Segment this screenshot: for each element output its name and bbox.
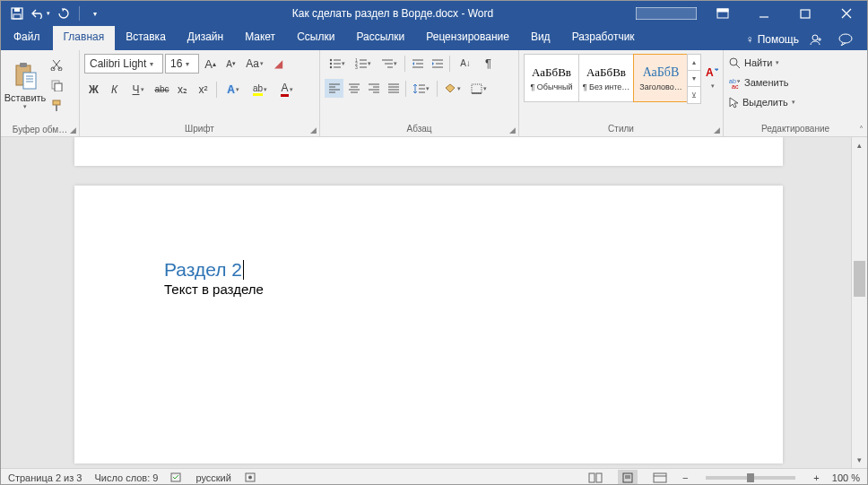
zoom-slider[interactable]	[706, 476, 795, 480]
svg-rect-3	[636, 7, 697, 20]
lightbulb-icon: ♀	[746, 33, 754, 46]
page-number-status[interactable]: Страница 2 из 3	[8, 472, 82, 483]
ribbon-display-options[interactable]	[702, 1, 743, 26]
collapse-ribbon-button[interactable]: ˄	[859, 125, 864, 134]
align-center-button[interactable]	[344, 79, 363, 98]
review-tab[interactable]: Рецензирование	[415, 26, 520, 50]
strikethrough-button[interactable]: abc	[152, 80, 171, 99]
svg-rect-23	[56, 105, 57, 111]
minimize-button[interactable]	[743, 1, 785, 26]
undo-button[interactable]: ▾	[30, 3, 51, 24]
spelling-status[interactable]	[170, 472, 183, 483]
change-case-button[interactable]: Aa▾	[242, 55, 267, 74]
align-right-button[interactable]	[364, 79, 383, 98]
numbering-button[interactable]: 123▾	[351, 54, 376, 73]
design-tab[interactable]: Дизайн	[177, 26, 234, 50]
show-hide-button[interactable]: ¶	[479, 54, 498, 73]
developer-tab[interactable]: Разработчик	[561, 26, 646, 50]
superscript-button[interactable]: x²	[194, 80, 213, 99]
style-item-0[interactable]: АаБбВв¶ Обычный	[524, 54, 579, 102]
references-tab[interactable]: Ссылки	[286, 26, 345, 50]
home-tab[interactable]: Главная	[53, 26, 116, 50]
change-styles-button[interactable]: A ▾	[704, 54, 720, 102]
zoom-in-button[interactable]: +	[813, 472, 819, 483]
tell-me-button[interactable]: ♀Помощь	[746, 33, 799, 46]
heading-text[interactable]: Раздел 2	[164, 259, 783, 281]
insert-tab[interactable]: Вставка	[115, 26, 177, 50]
print-layout-button[interactable]	[618, 470, 638, 486]
share-button[interactable]	[804, 29, 826, 50]
svg-rect-7	[801, 10, 810, 18]
file-tab[interactable]: Файл	[1, 26, 53, 50]
save-button[interactable]	[6, 3, 28, 24]
web-layout-button[interactable]	[650, 470, 670, 486]
find-button[interactable]: Найти▾	[725, 53, 783, 73]
paste-button[interactable]: Вставить ▾	[4, 53, 46, 119]
styles-expand[interactable]: ⊻	[688, 87, 700, 103]
cut-button[interactable]	[48, 56, 65, 74]
paragraph-group: ▾ 123▾ ▾ A↓ ¶ ▾ ▾ ▾ Абза	[320, 50, 519, 136]
svg-point-28	[330, 65, 332, 67]
copy-button[interactable]	[48, 76, 65, 94]
underline-button[interactable]: Ч▾	[126, 80, 151, 99]
macro-status[interactable]	[244, 472, 256, 483]
font-launcher[interactable]: ◢	[310, 126, 317, 134]
highlight-button[interactable]: ab▾	[247, 80, 273, 99]
select-button[interactable]: Выделить▾	[725, 92, 799, 112]
scroll-down-button[interactable]: ▾	[852, 452, 867, 468]
format-painter-button[interactable]	[48, 97, 65, 115]
document-area[interactable]: Раздел 2 Текст в разделе	[1, 137, 851, 468]
clipboard-launcher[interactable]: ◢	[70, 126, 76, 134]
italic-button[interactable]: К	[105, 80, 124, 99]
shrink-font-button[interactable]: A▾	[221, 55, 240, 74]
sort-button[interactable]: A↓	[453, 54, 478, 73]
align-left-button[interactable]	[325, 79, 343, 98]
increase-indent-button[interactable]	[428, 54, 447, 73]
svg-rect-79	[654, 473, 666, 482]
view-tab[interactable]: Вид	[520, 26, 561, 50]
mailings-tab[interactable]: Рассылки	[345, 26, 415, 50]
line-spacing-button[interactable]: ▾	[409, 79, 434, 98]
qat-customize-button[interactable]: ▾	[84, 3, 106, 24]
styles-launcher[interactable]: ◢	[714, 126, 720, 134]
document-page[interactable]: Раздел 2 Текст в разделе	[74, 186, 783, 463]
styles-scroll-up[interactable]: ▴	[688, 55, 700, 71]
scroll-up-button[interactable]: ▴	[852, 137, 867, 153]
scroll-track[interactable]	[852, 153, 867, 452]
multilevel-list-button[interactable]: ▾	[377, 54, 402, 73]
clear-formatting-button[interactable]: ◢	[269, 55, 288, 74]
font-size-combobox[interactable]: 16▾	[165, 54, 199, 74]
styles-scroll-down[interactable]: ▾	[688, 71, 700, 87]
maximize-button[interactable]	[785, 1, 826, 26]
layout-tab[interactable]: Макет	[234, 26, 286, 50]
font-color-button[interactable]: A▾	[274, 80, 299, 99]
style-item-2[interactable]: АаБбВЗаголово…	[633, 54, 689, 102]
text-effects-button[interactable]: A▾	[221, 80, 246, 99]
close-button[interactable]	[826, 1, 867, 26]
grow-font-button[interactable]: A▴	[201, 55, 220, 74]
svg-text:3: 3	[355, 65, 358, 69]
paragraph-launcher[interactable]: ◢	[509, 126, 516, 134]
borders-button[interactable]: ▾	[466, 79, 491, 98]
bullets-button[interactable]: ▾	[325, 54, 350, 73]
style-item-1[interactable]: АаБбВв¶ Без инте…	[578, 54, 634, 102]
body-text[interactable]: Текст в разделе	[164, 281, 783, 297]
replace-button[interactable]: abac Заменить	[725, 73, 792, 92]
vertical-scrollbar[interactable]: ▴ ▾	[851, 137, 867, 468]
redo-button[interactable]	[53, 3, 74, 24]
font-name-combobox[interactable]: Calibri Light▾	[84, 54, 163, 74]
bold-button[interactable]: Ж	[84, 80, 103, 99]
language-status[interactable]: русский	[195, 472, 230, 483]
comments-button[interactable]	[831, 29, 860, 50]
zoom-out-button[interactable]: −	[682, 472, 688, 483]
read-mode-button[interactable]	[586, 470, 605, 486]
shading-button[interactable]: ▾	[440, 79, 465, 98]
subscript-button[interactable]: x₂	[173, 80, 192, 99]
decrease-indent-button[interactable]	[408, 54, 427, 73]
zoom-slider-thumb[interactable]	[747, 473, 754, 482]
word-count-status[interactable]: Число слов: 9	[94, 472, 158, 483]
scroll-thumb[interactable]	[854, 261, 865, 297]
svg-rect-75	[596, 473, 602, 482]
zoom-level-status[interactable]: 100 %	[832, 472, 860, 483]
justify-button[interactable]	[384, 79, 403, 98]
